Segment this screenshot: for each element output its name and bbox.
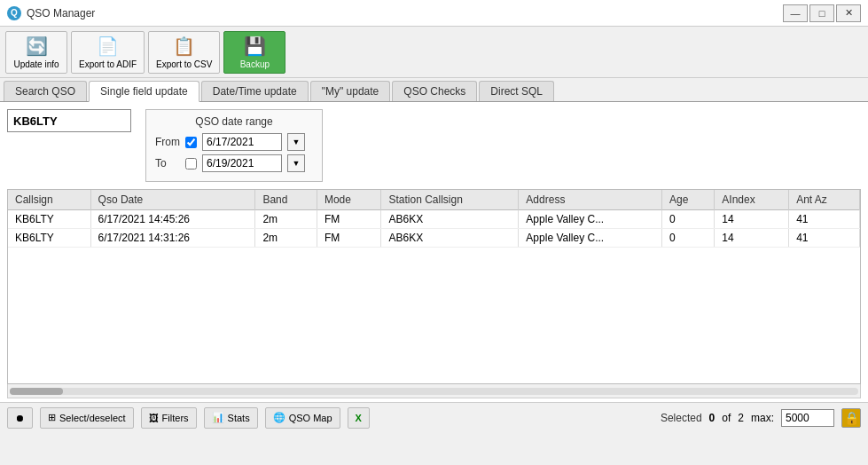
select-deselect-button[interactable]: ⊞ Select/deselect — [40, 407, 134, 429]
export-adif-icon: 📄 — [97, 35, 119, 57]
from-date-input[interactable] — [202, 133, 282, 151]
cell-row1-col7: 14 — [715, 229, 789, 248]
filters-icon: 🖼 — [149, 413, 159, 423]
col-callsign: Callsign — [8, 190, 90, 210]
qso-map-icon: 🌐 — [273, 412, 285, 423]
results-table-container[interactable]: Callsign Qso Date Band Mode Station Call… — [7, 189, 861, 384]
export-csv-button[interactable]: 📋 Export to CSV — [148, 31, 220, 74]
cell-row0-col3: FM — [317, 210, 381, 229]
to-checkbox[interactable] — [185, 158, 197, 169]
from-label: From — [155, 136, 180, 148]
close-button[interactable]: ✕ — [836, 4, 861, 22]
to-date-dropdown[interactable]: ▼ — [287, 154, 305, 172]
from-row: From ▼ — [155, 133, 313, 151]
tab-search-qso[interactable]: Search QSO — [4, 81, 87, 101]
cell-row0-col4: AB6KX — [381, 210, 519, 229]
col-qso-date: Qso Date — [90, 190, 255, 210]
cell-row1-col8: 41 — [789, 229, 860, 248]
filters-label: Filters — [162, 413, 189, 423]
col-aindex: AIndex — [715, 190, 789, 210]
to-date-input[interactable] — [202, 154, 282, 172]
export-adif-button[interactable]: 📄 Export to ADIF — [71, 31, 145, 74]
of-label: of — [722, 412, 731, 424]
tab-my-update[interactable]: "My" update — [310, 81, 391, 101]
cell-row0-col2: 2m — [255, 210, 317, 229]
refresh-icon: ⏺ — [15, 413, 25, 423]
results-table: Callsign Qso Date Band Mode Station Call… — [8, 190, 860, 248]
minimize-button[interactable]: — — [783, 4, 808, 22]
title-bar-left: Q QSO Manager — [7, 6, 95, 20]
cell-row0-col0: KB6LTY — [8, 210, 90, 229]
selected-count: 0 — [709, 412, 716, 424]
cell-row0-col1: 6/17/2021 14:45:26 — [90, 210, 255, 229]
horizontal-scrollbar[interactable] — [7, 384, 861, 398]
title-bar: Q QSO Manager — □ ✕ — [0, 0, 868, 27]
cell-row1-col4: AB6KX — [381, 229, 519, 248]
qso-map-label: QSO Map — [289, 413, 332, 423]
tab-qso-checks[interactable]: QSO Checks — [392, 81, 477, 101]
excel-icon: X — [356, 413, 362, 423]
table-row[interactable]: KB6LTY6/17/2021 14:31:262mFMAB6KXApple V… — [8, 229, 860, 248]
date-range-box: QSO date range From ▼ To ▼ — [145, 109, 323, 182]
select-deselect-icon: ⊞ — [48, 412, 56, 423]
cell-row0-col6: 0 — [662, 210, 715, 229]
table-header-row: Callsign Qso Date Band Mode Station Call… — [8, 190, 860, 210]
qso-map-button[interactable]: 🌐 QSO Map — [265, 407, 340, 429]
lock-icon[interactable]: 🔒 — [841, 408, 861, 428]
cell-row1-col0: KB6LTY — [8, 229, 90, 248]
max-input[interactable] — [781, 409, 834, 427]
cell-row1-col5: Apple Valley C... — [519, 229, 662, 248]
cell-row0-col5: Apple Valley C... — [519, 210, 662, 229]
backup-icon: 💾 — [244, 35, 266, 57]
export-adif-label: Export to ADIF — [79, 59, 137, 69]
app-icon: Q — [7, 6, 21, 20]
to-label: To — [155, 157, 180, 169]
select-deselect-label: Select/deselect — [59, 413, 126, 423]
tab-single-field-update[interactable]: Single field update — [89, 81, 199, 102]
max-label: max: — [751, 412, 774, 424]
update-info-label: Update info — [13, 59, 59, 69]
filters-button[interactable]: 🖼 Filters — [141, 407, 197, 429]
tab-datetime-update[interactable]: Date/Time update — [201, 81, 309, 101]
search-bar-row: QSO date range From ▼ To ▼ — [7, 109, 861, 182]
title-bar-controls: — □ ✕ — [783, 4, 861, 22]
tabs: Search QSO Single field update Date/Time… — [0, 78, 868, 102]
col-band: Band — [255, 190, 317, 210]
cell-row1-col1: 6/17/2021 14:31:26 — [90, 229, 255, 248]
status-bar: ⏺ ⊞ Select/deselect 🖼 Filters 📊 Stats 🌐 … — [0, 402, 868, 432]
window-title: QSO Manager — [27, 7, 95, 20]
col-address: Address — [519, 190, 662, 210]
update-info-icon: 🔄 — [26, 35, 48, 57]
export-csv-label: Export to CSV — [156, 59, 212, 69]
maximize-button[interactable]: □ — [809, 4, 834, 22]
excel-button[interactable]: X — [348, 407, 370, 429]
cell-row1-col3: FM — [317, 229, 381, 248]
toolbar: 🔄 Update info 📄 Export to ADIF 📋 Export … — [0, 27, 868, 78]
cell-row1-col6: 0 — [662, 229, 715, 248]
scrollbar-thumb[interactable] — [10, 388, 63, 395]
stats-button[interactable]: 📊 Stats — [204, 407, 258, 429]
date-range-title: QSO date range — [155, 115, 313, 128]
refresh-button[interactable]: ⏺ — [7, 407, 33, 429]
backup-label: Backup — [240, 59, 270, 69]
stats-label: Stats — [228, 413, 250, 423]
col-mode: Mode — [317, 190, 381, 210]
cell-row0-col8: 41 — [789, 210, 860, 229]
col-age: Age — [662, 190, 715, 210]
table-row[interactable]: KB6LTY6/17/2021 14:45:262mFMAB6KXApple V… — [8, 210, 860, 229]
selected-label: Selected — [661, 412, 702, 424]
main-content: QSO date range From ▼ To ▼ Callsign Qso … — [0, 102, 868, 402]
total-count: 2 — [738, 412, 744, 424]
cell-row1-col2: 2m — [255, 229, 317, 248]
update-info-button[interactable]: 🔄 Update info — [5, 31, 67, 74]
tab-direct-sql[interactable]: Direct SQL — [479, 81, 554, 101]
export-csv-icon: 📋 — [173, 35, 195, 57]
backup-button[interactable]: 💾 Backup — [223, 31, 285, 74]
scrollbar-track — [10, 388, 858, 395]
stats-icon: 📊 — [212, 412, 224, 423]
to-row: To ▼ — [155, 154, 313, 172]
from-checkbox[interactable] — [185, 137, 197, 148]
cell-row0-col7: 14 — [715, 210, 789, 229]
from-date-dropdown[interactable]: ▼ — [287, 133, 305, 151]
callsign-input[interactable] — [7, 109, 131, 132]
